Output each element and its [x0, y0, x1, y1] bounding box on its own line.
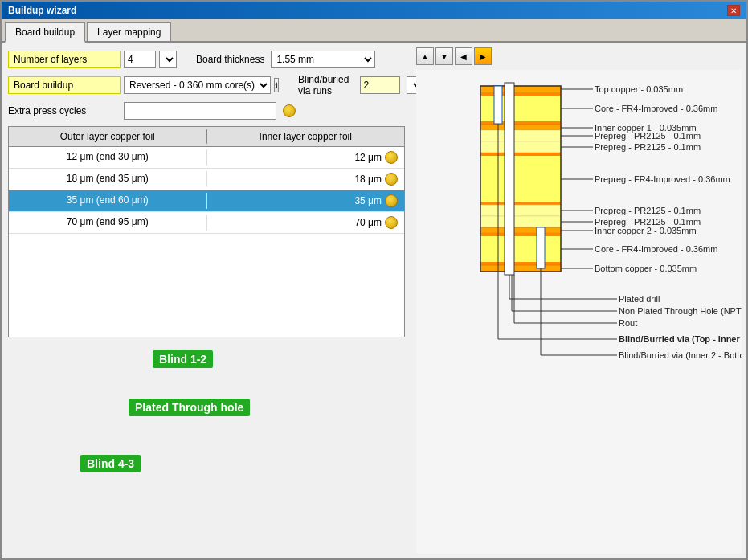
table-row[interactable]: 12 μm (end 30 μm) 12 μm	[9, 147, 404, 169]
table-row[interactable]: 35 μm (end 60 μm) 35 μm	[9, 190, 404, 212]
outer-value: 35 μm (end 60 μm)	[9, 193, 207, 209]
svg-rect-29	[480, 227, 561, 233]
right-panel: ▲ ▼ ◀ ▶ Top copper - 0.035mm	[411, 43, 746, 558]
tab-board-buildup[interactable]: Board buildup	[5, 22, 85, 43]
move-down-btn[interactable]: ▼	[435, 47, 453, 65]
board-buildup-info-btn[interactable]: ℹ	[274, 78, 279, 92]
svg-text:Prepreg - PR2125 - 0.1mm: Prepreg - PR2125 - 0.1mm	[595, 131, 701, 141]
board-buildup-row: Board buildup Reversed - 0.360 mm core(s…	[8, 75, 405, 96]
svg-rect-37	[480, 265, 561, 272]
main-window: Buildup wizard ✕ Board buildup Layer map…	[0, 0, 748, 560]
svg-rect-19	[480, 153, 561, 156]
extra-press-input[interactable]	[124, 102, 276, 120]
extra-press-label: Extra press cycles	[8, 105, 121, 116]
num-layers-label: Number of layers	[8, 51, 121, 68]
svg-rect-18	[480, 153, 561, 205]
svg-rect-32	[480, 233, 561, 265]
move-up-btn[interactable]: ▲	[416, 47, 434, 65]
svg-text:Prepreg - PR2125 - 0.1mm: Prepreg - PR2125 - 0.1mm	[595, 142, 701, 152]
blind-43-label: Blind 4-3	[80, 455, 141, 472]
svg-rect-42	[494, 86, 502, 124]
extra-press-row: Extra press cycles	[8, 100, 405, 121]
num-layers-input[interactable]	[124, 51, 156, 68]
main-content: Number of layers ▼ Board thickness 1.55 …	[2, 43, 746, 558]
pcb-svg: Top copper - 0.035mm Core - FR4-Improved…	[416, 70, 742, 554]
close-button[interactable]: ✕	[727, 5, 740, 16]
svg-text:Blind/Burried via (Inner 2 - B: Blind/Burried via (Inner 2 - Bottom)	[619, 350, 742, 360]
svg-text:Top copper - 0.035mm: Top copper - 0.035mm	[595, 84, 683, 94]
svg-text:Core - FR4-Improved - 0.36mm: Core - FR4-Improved - 0.36mm	[595, 104, 717, 113]
row-coin-icon	[385, 173, 398, 186]
svg-rect-33	[480, 233, 561, 236]
svg-rect-1	[480, 86, 561, 92]
svg-rect-23	[480, 205, 561, 216]
inner-value: 12 μm	[207, 149, 405, 166]
svg-rect-20	[480, 202, 561, 205]
move-left-btn[interactable]: ◀	[455, 47, 472, 65]
table-row[interactable]: 18 μm (end 35 μm) 18 μm	[9, 169, 404, 190]
board-thickness-select[interactable]: 1.55 mm	[271, 51, 375, 68]
svg-rect-41	[505, 83, 514, 275]
window-title: Buildup wizard	[8, 5, 76, 16]
blind-buried-label: Blind/buried via runs	[298, 74, 354, 96]
svg-rect-5	[480, 92, 561, 96]
title-bar: Buildup wizard ✕	[2, 2, 746, 19]
svg-text:Rout: Rout	[619, 318, 637, 328]
diagram-toolbar: ▲ ▼ ◀ ▶	[416, 47, 742, 65]
extra-press-coin-icon	[283, 104, 296, 117]
svg-text:Blind/Burried via (Top - Inner: Blind/Burried via (Top - Inner 1)	[619, 334, 742, 344]
pcb-diagram-area: Top copper - 0.035mm Core - FR4-Improved…	[416, 70, 742, 554]
outer-value: 12 μm (end 30 μm)	[9, 149, 207, 166]
board-thickness-form: Board thickness 1.55 mm	[196, 51, 375, 68]
row-coin-icon	[385, 216, 398, 229]
copper-foil-table: Outer layer copper foil Inner layer copp…	[8, 126, 405, 337]
svg-text:Inner copper 2 - 0.035mm: Inner copper 2 - 0.035mm	[595, 226, 697, 235]
svg-text:Bottom copper - 0.035mm: Bottom copper - 0.035mm	[595, 264, 697, 273]
board-buildup-label: Board buildup	[8, 76, 121, 94]
board-buildup-select[interactable]: Reversed - 0.360 mm core(s)	[124, 76, 271, 94]
move-right-btn[interactable]: ▶	[474, 47, 492, 65]
via-labels-area: Blind 1-2 Plated Through hole Blind 4-3	[8, 342, 405, 552]
num-layers-select[interactable]: ▼	[159, 51, 177, 68]
tab-layer-mapping[interactable]: Layer mapping	[87, 22, 171, 41]
svg-text:Prepreg - FR4-Improved - 0.36m: Prepreg - FR4-Improved - 0.36mm	[595, 174, 730, 184]
svg-text:Non Plated Through Hole (NPTH): Non Plated Through Hole (NPTH)	[619, 306, 742, 316]
row-coin-icon	[385, 151, 398, 164]
svg-rect-15	[480, 141, 561, 153]
svg-rect-6	[480, 121, 561, 125]
svg-rect-9	[480, 125, 561, 130]
outer-value: 18 μm (end 35 μm)	[9, 171, 207, 187]
table-header: Outer layer copper foil Inner layer copp…	[9, 127, 404, 147]
svg-rect-4	[480, 92, 561, 125]
inner-value: 18 μm	[207, 171, 405, 187]
blind-12-label: Blind 1-2	[153, 350, 213, 368]
row-coin-icon	[385, 194, 398, 207]
inner-value: 70 μm	[207, 215, 405, 231]
blind-buried-input[interactable]	[360, 76, 400, 94]
num-layers-row: Number of layers ▼ Board thickness 1.55 …	[8, 49, 405, 70]
inner-value: 35 μm	[207, 193, 405, 209]
svg-rect-26	[480, 216, 561, 227]
svg-rect-43	[537, 227, 545, 268]
outer-value: 70 μm (end 95 μm)	[9, 215, 207, 231]
tabs-container: Board buildup Layer mapping	[2, 19, 746, 43]
col-outer-header: Outer layer copper foil	[9, 129, 207, 144]
svg-text:Core - FR4-Improved - 0.36mm: Core - FR4-Improved - 0.36mm	[595, 244, 717, 254]
svg-text:Plated drill: Plated drill	[619, 294, 660, 304]
board-thickness-label: Board thickness	[196, 54, 264, 65]
svg-text:Prepreg - PR2125 - 0.1mm: Prepreg - PR2125 - 0.1mm	[595, 206, 701, 215]
svg-rect-12	[480, 130, 561, 141]
col-inner-header: Inner layer copper foil	[207, 129, 405, 144]
table-row[interactable]: 70 μm (end 95 μm) 70 μm	[9, 212, 404, 234]
svg-rect-34	[480, 262, 561, 265]
left-panel: Number of layers ▼ Board thickness 1.55 …	[2, 43, 411, 558]
through-hole-label: Plated Through hole	[129, 399, 250, 416]
